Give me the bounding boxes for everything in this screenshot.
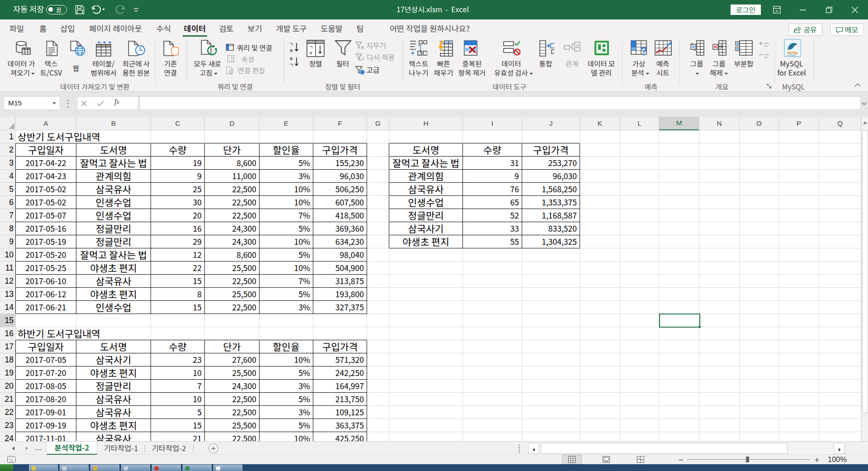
svg-text:ㄱ: ㄱ (289, 61, 293, 68)
svg-text:ㅎ: ㅎ (289, 47, 293, 53)
svg-text:?: ? (640, 44, 647, 57)
svg-text:for Excel: for Excel (787, 54, 795, 57)
svg-text:ㅎ: ㅎ (309, 49, 313, 56)
